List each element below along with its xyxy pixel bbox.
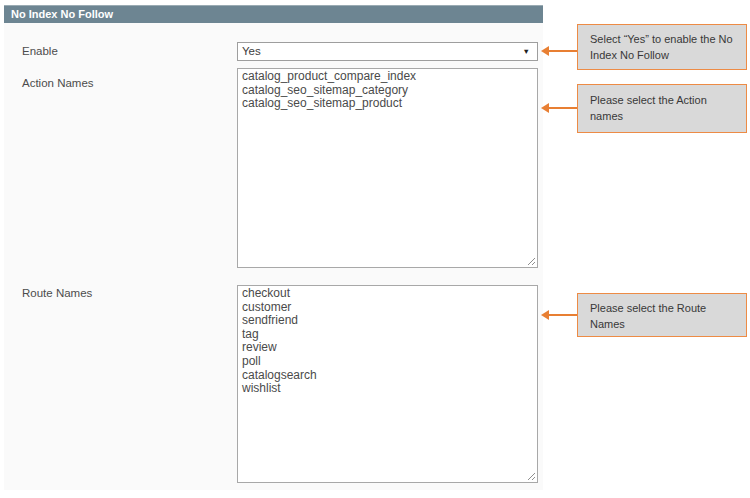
enable-select-value: Yes: [242, 43, 261, 60]
callout-action-names: Please select the Action names: [577, 84, 747, 133]
callout-action-names-text: Please select the Action names: [590, 94, 707, 122]
enable-label: Enable: [22, 45, 58, 57]
dropdown-arrow-icon: ▼: [523, 48, 530, 56]
resize-handle-icon[interactable]: [526, 471, 536, 481]
action-names-field: catalog_product_compare_index catalog_se…: [237, 68, 538, 268]
action-names-textarea[interactable]: catalog_product_compare_index catalog_se…: [237, 68, 538, 268]
section-title: No Index No Follow: [11, 8, 113, 20]
config-section: No Index No Follow Enable Yes ▼ Action N…: [4, 5, 543, 490]
callout-enable: Select “Yes” to enable the No Index No F…: [577, 24, 747, 70]
section-header[interactable]: No Index No Follow: [4, 5, 543, 23]
page: No Index No Follow Enable Yes ▼ Action N…: [0, 0, 750, 498]
callout-route-names: Please select the Route Names: [577, 293, 747, 337]
route-names-textarea[interactable]: checkout customer sendfriend tag review …: [237, 285, 538, 483]
enable-select[interactable]: Yes ▼: [237, 42, 538, 61]
resize-handle-icon[interactable]: [526, 256, 536, 266]
action-names-label: Action Names: [22, 77, 94, 89]
route-names-label: Route Names: [22, 287, 92, 299]
callout-route-names-text: Please select the Route Names: [590, 302, 706, 330]
route-names-field: checkout customer sendfriend tag review …: [237, 285, 538, 483]
callout-enable-text: Select “Yes” to enable the No Index No F…: [590, 33, 733, 61]
